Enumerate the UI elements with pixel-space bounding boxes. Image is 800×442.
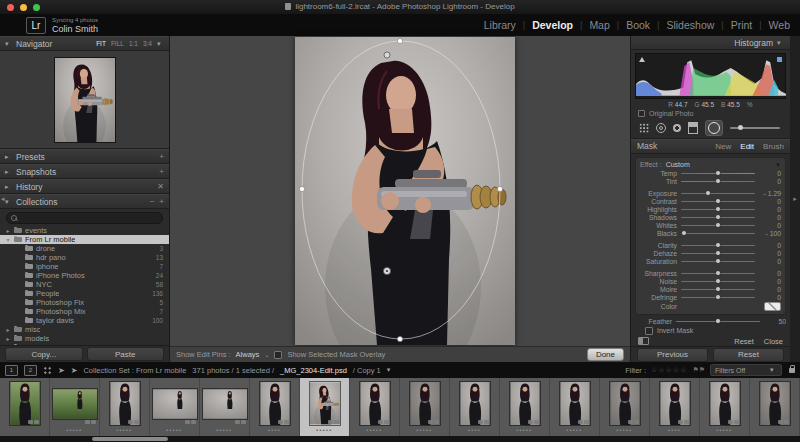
- slider-knob[interactable]: [716, 259, 720, 263]
- collection-item-misc[interactable]: ▸misc: [0, 325, 169, 334]
- slider-shadows[interactable]: Shadows0: [640, 214, 781, 222]
- navigator-preview[interactable]: [0, 51, 169, 149]
- feather-slider[interactable]: Feather 50: [635, 318, 786, 326]
- mask-edit-button[interactable]: Edit: [740, 142, 754, 151]
- module-print[interactable]: Print: [731, 19, 753, 31]
- slider-whites[interactable]: Whites0: [640, 222, 781, 230]
- presets-header[interactable]: ▸ Presets +: [0, 149, 169, 164]
- mask-new-button[interactable]: New: [715, 142, 731, 151]
- slider-knob[interactable]: [716, 179, 720, 183]
- history-header[interactable]: ▸ History ✕: [0, 179, 169, 194]
- mask-overlay-checkbox[interactable]: [274, 351, 282, 359]
- done-button[interactable]: Done: [587, 348, 624, 361]
- tool-amount-slider[interactable]: [730, 127, 780, 129]
- thumbnail-badge-icon[interactable]: [378, 420, 383, 424]
- filmstrip-thumbnail[interactable]: ••••: [450, 378, 500, 436]
- module-develop[interactable]: Develop: [532, 19, 573, 31]
- thumbnail-badge-icon[interactable]: [278, 420, 283, 424]
- slider-blacks[interactable]: Blacks- 100: [640, 230, 781, 238]
- navigator-zoom-3-4[interactable]: 3:4: [143, 40, 152, 47]
- collection-set-label[interactable]: Collection Set : From Lr mobile: [83, 366, 186, 375]
- snapshots-header[interactable]: ▸ Snapshots +: [0, 164, 169, 179]
- thumbnail-badge-icon[interactable]: [235, 420, 240, 424]
- go-back-icon[interactable]: ➤: [58, 366, 65, 375]
- thumbnail-badge-icon[interactable]: [778, 420, 783, 424]
- collection-item-iphone[interactable]: iphone7: [0, 262, 169, 271]
- slider-knob[interactable]: [716, 215, 720, 219]
- thumbnail-badge-icon[interactable]: [134, 420, 139, 424]
- slider-sharpness[interactable]: Sharpness0: [640, 270, 781, 278]
- thumbnail-badge-icon[interactable]: [734, 420, 739, 424]
- collection-item-iphone-photos[interactable]: iPhone Photos24: [0, 271, 169, 280]
- thumbnail-badge-icon[interactable]: [328, 420, 333, 424]
- add-collection-icon[interactable]: +: [159, 197, 164, 206]
- primary-monitor-icon[interactable]: 1: [5, 365, 18, 376]
- slider-noise[interactable]: Noise0: [640, 278, 781, 286]
- filters-dropdown[interactable]: Filters Off ▾: [710, 364, 782, 376]
- thumbnail-badge-icon[interactable]: [191, 420, 196, 424]
- thumbnail-badge-icon[interactable]: [678, 420, 683, 424]
- shadow-clipping-icon[interactable]: [639, 57, 645, 62]
- navigator-zoom-fill[interactable]: FILL: [111, 40, 124, 47]
- thumbnail-badge-icon[interactable]: [684, 420, 689, 424]
- navigator-zoom-fit[interactable]: FIT: [96, 40, 106, 47]
- thumbnail-badge-icon[interactable]: [185, 420, 190, 424]
- previous-button[interactable]: Previous: [637, 348, 708, 362]
- filmstrip-scrollbar[interactable]: [92, 437, 168, 441]
- slider-knob[interactable]: [716, 251, 720, 255]
- slider-knob[interactable]: [738, 125, 743, 130]
- thumbnail-badge-icon[interactable]: [384, 420, 389, 424]
- collection-item-nyc[interactable]: NYC58: [0, 280, 169, 289]
- slider-temp[interactable]: Temp0: [640, 170, 781, 178]
- module-slideshow[interactable]: Slideshow: [666, 19, 714, 31]
- module-web[interactable]: Web: [769, 19, 790, 31]
- slider-knob[interactable]: [716, 243, 720, 247]
- slider-knob[interactable]: [716, 171, 720, 175]
- thumbnail-badge-icon[interactable]: [528, 420, 533, 424]
- thumbnail-badge-icon[interactable]: [85, 420, 90, 424]
- clear-history-icon[interactable]: ✕: [157, 182, 164, 191]
- grid-view-icon[interactable]: [43, 366, 52, 375]
- invert-mask-checkbox[interactable]: [645, 327, 653, 335]
- copy-button[interactable]: Copy...: [5, 347, 83, 361]
- filmstrip-thumbnail[interactable]: ••••: [650, 378, 700, 436]
- effect-value[interactable]: Custom: [666, 161, 690, 168]
- add-snapshot-icon[interactable]: +: [159, 167, 164, 176]
- thumbnail-badge-icon[interactable]: [784, 420, 789, 424]
- red-eye-tool-icon[interactable]: [673, 124, 681, 132]
- thumbnail-badge-icon[interactable]: [728, 420, 733, 424]
- thumbnail-badge-icon[interactable]: [34, 420, 39, 424]
- collection-item-from-lr-mobile[interactable]: ▾From Lr mobile: [0, 235, 169, 244]
- collection-item-photoshop-mix[interactable]: Photoshop Mix7: [0, 307, 169, 316]
- filmstrip-thumbnail-selected[interactable]: •••••: [300, 378, 350, 436]
- slider-knob[interactable]: [716, 319, 720, 323]
- left-panel-collapse-arrow[interactable]: ◂: [1, 195, 5, 203]
- collection-item-taylor-davis[interactable]: taylor davis100: [0, 316, 169, 325]
- thumbnail-badge-icon[interactable]: [628, 420, 633, 424]
- mask-close-button[interactable]: Close: [764, 337, 783, 346]
- collections-header[interactable]: ▾ Collections −+: [0, 194, 169, 209]
- thumbnail-badge-icon[interactable]: [434, 420, 439, 424]
- slider-contrast[interactable]: Contrast0: [640, 198, 781, 206]
- spot-removal-tool-icon[interactable]: [656, 123, 666, 133]
- histogram-header[interactable]: Histogram ▾: [631, 36, 790, 50]
- collection-item-hdr-pano[interactable]: hdr pano13: [0, 253, 169, 262]
- color-swatch[interactable]: [764, 302, 781, 311]
- thumbnail-badge-icon[interactable]: [428, 420, 433, 424]
- filmstrip-thumbnail[interactable]: ••••: [250, 378, 300, 436]
- paste-button[interactable]: Paste: [87, 347, 165, 361]
- filmstrip-thumbnail[interactable]: •••••: [150, 378, 200, 436]
- module-library[interactable]: Library: [484, 19, 516, 31]
- filmstrip-thumbnail[interactable]: •••••: [400, 378, 450, 436]
- show-edit-pins-value[interactable]: Always: [236, 350, 260, 359]
- filmstrip-thumbnail[interactable]: •••••: [50, 378, 100, 436]
- thumbnail-badge-icon[interactable]: [28, 420, 33, 424]
- current-file-name[interactable]: _MG_2304-Edit.psd: [280, 366, 347, 375]
- slider-knob[interactable]: [706, 191, 710, 195]
- thumbnail-badge-icon[interactable]: [578, 420, 583, 424]
- star-filter-icons[interactable]: ☆☆☆☆☆: [651, 366, 687, 374]
- slider-clarity[interactable]: Clarity0: [640, 242, 781, 250]
- thumbnail-badge-icon[interactable]: [534, 420, 539, 424]
- filmstrip-thumbnail[interactable]: [0, 378, 50, 436]
- thumbnail-badge-icon[interactable]: [241, 420, 246, 424]
